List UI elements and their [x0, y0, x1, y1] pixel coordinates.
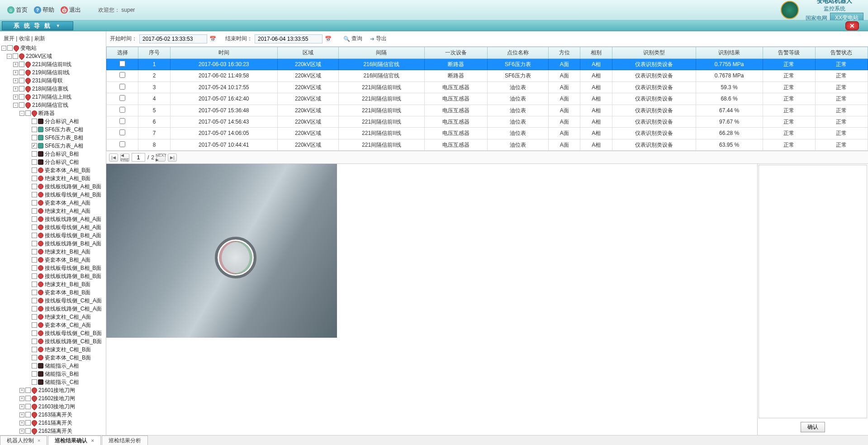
home-button[interactable]: ⌂ 首页	[5, 5, 30, 15]
confirm-button[interactable]: 确认	[801, 422, 825, 432]
tree-checkbox[interactable]	[32, 151, 37, 157]
tree-checkbox[interactable]	[25, 388, 31, 393]
row-checkbox[interactable]	[119, 61, 125, 67]
tree-node[interactable]: 分合标识_C相	[1, 158, 104, 166]
tree-checkbox[interactable]	[19, 78, 24, 83]
tree-checkbox[interactable]	[32, 314, 37, 320]
tree-node[interactable]: 分合标识_A相	[1, 117, 104, 125]
tree-node[interactable]: 绝缘支柱_A相_A面	[1, 207, 104, 215]
expand-icon[interactable]: +	[19, 429, 24, 434]
tree-checkbox[interactable]	[32, 298, 37, 303]
collapse-icon[interactable]: -	[13, 103, 18, 108]
tree-node[interactable]: -变电站	[1, 44, 104, 52]
tree-node[interactable]: 接线板线路侧_C相_B面	[1, 337, 104, 345]
tree-node[interactable]: 接线板母线侧_A相_B面	[1, 191, 104, 199]
tree-node[interactable]: SF6压力表_B相	[1, 134, 104, 142]
table-header-cell[interactable]: 告警等级	[763, 47, 815, 59]
tree-node[interactable]: 瓷套本体_C相_B面	[1, 354, 104, 362]
expand-icon[interactable]: +	[19, 388, 24, 393]
expand-icon[interactable]: +	[19, 412, 24, 417]
tree-checkbox[interactable]	[25, 396, 31, 401]
tree-checkbox[interactable]	[25, 404, 31, 409]
tree-node[interactable]: +2163隔离开关	[1, 411, 104, 419]
tree-node[interactable]: +21602接地刀闸	[1, 394, 104, 402]
tree-node[interactable]: +231间隔母联	[1, 77, 104, 85]
table-row[interactable]: 72017-05-07 14:06:05220kV区域221间隔信前II线电压互…	[107, 128, 868, 139]
tree-checkbox[interactable]	[32, 282, 37, 287]
tree-node[interactable]: 绝缘支柱_C相_A面	[1, 313, 104, 321]
tree-checkbox[interactable]	[32, 249, 37, 254]
tree-checkbox[interactable]	[19, 94, 24, 100]
table-header-cell[interactable]: 识别结果	[696, 47, 763, 59]
tree-checkbox[interactable]	[19, 70, 24, 75]
tree-node[interactable]: 接线板线路侧_B相_B面	[1, 272, 104, 280]
tree-node[interactable]: 瓷套本体_A相_B面	[1, 166, 104, 174]
last-page-button[interactable]: ▶|	[168, 153, 177, 162]
first-page-button[interactable]: |◀	[109, 153, 118, 162]
tree-checkbox[interactable]	[32, 143, 37, 148]
prev-page-button[interactable]: ◀ PRE	[120, 153, 129, 162]
tree-node[interactable]: 接线板母线侧_C相_A面	[1, 297, 104, 305]
tree-checkbox[interactable]	[32, 241, 37, 246]
table-header-cell[interactable]: 识别类型	[612, 47, 696, 59]
tree-node[interactable]: -断路器	[1, 109, 104, 117]
tree-node[interactable]: SF6压力表_C相	[1, 125, 104, 134]
expand-icon[interactable]: +	[13, 86, 18, 91]
tree-node[interactable]: +2161隔离开关	[1, 419, 104, 427]
table-header-cell[interactable]: 选择	[107, 47, 138, 59]
row-checkbox[interactable]	[119, 118, 125, 124]
tree-checkbox[interactable]	[32, 192, 37, 197]
table-header-cell[interactable]: 方位	[549, 47, 580, 59]
close-button[interactable]: ✕	[845, 21, 859, 30]
table-header-cell[interactable]: 告警状态	[815, 47, 868, 59]
close-tab-icon[interactable]: ×	[38, 438, 40, 443]
tree-checkbox[interactable]	[32, 216, 37, 222]
tree-node[interactable]: 绝缘支柱_A相_B面	[1, 174, 104, 182]
tree-node[interactable]: 接线板母线侧_C相_B面	[1, 329, 104, 337]
tree-checkbox[interactable]	[32, 306, 37, 311]
end-time-input[interactable]	[255, 34, 323, 43]
tree-checkbox[interactable]	[32, 347, 37, 352]
tree-checkbox[interactable]	[32, 363, 37, 368]
tree-node[interactable]: 绝缘支柱_C相_B面	[1, 345, 104, 354]
table-header-cell[interactable]: 一次设备	[424, 47, 487, 59]
table-row[interactable]: 52017-05-07 15:36:48220kV区域221间隔信前II线电压互…	[107, 105, 868, 116]
row-checkbox[interactable]	[119, 129, 125, 135]
expand-icon[interactable]: +	[19, 404, 24, 409]
tree-checkbox[interactable]	[32, 355, 37, 360]
row-checkbox[interactable]	[119, 84, 125, 90]
table-header-cell[interactable]: 间隔	[339, 47, 425, 59]
table-row[interactable]: 22017-06-02 11:49:58220kV区域216间隔信官线断路器SF…	[107, 70, 868, 81]
tree-checkbox[interactable]	[19, 102, 24, 108]
table-wrap[interactable]: 选择序号时间区域间隔一次设备点位名称方位相别识别类型识别结果告警等级告警状态 1…	[106, 47, 868, 151]
tree-checkbox[interactable]	[32, 322, 37, 328]
tree-checkbox[interactable]	[25, 412, 31, 417]
tree-node[interactable]: 接线板母线侧_B相_B面	[1, 264, 104, 272]
tree-node[interactable]: +2162隔离开关	[1, 427, 104, 435]
tree-node[interactable]: 储能指示_B相	[1, 370, 104, 378]
tree-node[interactable]: 分合标识_B相	[1, 150, 104, 158]
tree-node[interactable]: 接线板母线侧_B相_A面	[1, 231, 104, 239]
tree-panel[interactable]: 展开 | 收缩 | 刷新 -变电站-220kV区域+221间隔信前II线+219…	[0, 31, 106, 435]
tree-checkbox[interactable]	[19, 62, 24, 67]
export-button[interactable]: ➜ 导出	[367, 34, 389, 43]
tree-checkbox[interactable]	[19, 86, 24, 91]
side-textarea[interactable]	[759, 165, 867, 418]
table-header-cell[interactable]: 相别	[580, 47, 612, 59]
next-page-button[interactable]: NEXT ▶	[157, 153, 166, 162]
tree-node[interactable]: 接线板线路侧_A相_A面	[1, 215, 104, 223]
tree-collapse[interactable]: 收缩	[19, 35, 30, 42]
table-row[interactable]: 62017-05-07 14:56:43220kV区域221间隔信前II线电压互…	[107, 116, 868, 127]
tree-node[interactable]: +21603接地刀闸	[1, 402, 104, 411]
tree-node[interactable]: SF6压力表_A相	[1, 142, 104, 150]
expand-icon[interactable]: +	[19, 396, 24, 401]
tree-node[interactable]: 储能指示_A相	[1, 362, 104, 370]
tree-node[interactable]: 瓷套本体_A相_A面	[1, 199, 104, 207]
tree-refresh[interactable]: 刷新	[34, 35, 45, 42]
tree-node[interactable]: +218间隔信寨线	[1, 85, 104, 93]
tree-node[interactable]: 绝缘支柱_B相_B面	[1, 280, 104, 288]
tree-node[interactable]: 接线板线路侧_B相_A面	[1, 239, 104, 248]
tree-checkbox[interactable]	[32, 371, 37, 377]
table-row[interactable]: 12017-06-03 16:30:23220kV区域216间隔信官线断路器SF…	[107, 59, 868, 70]
tree-node[interactable]: 接线板线路侧_C相_A面	[1, 305, 104, 313]
